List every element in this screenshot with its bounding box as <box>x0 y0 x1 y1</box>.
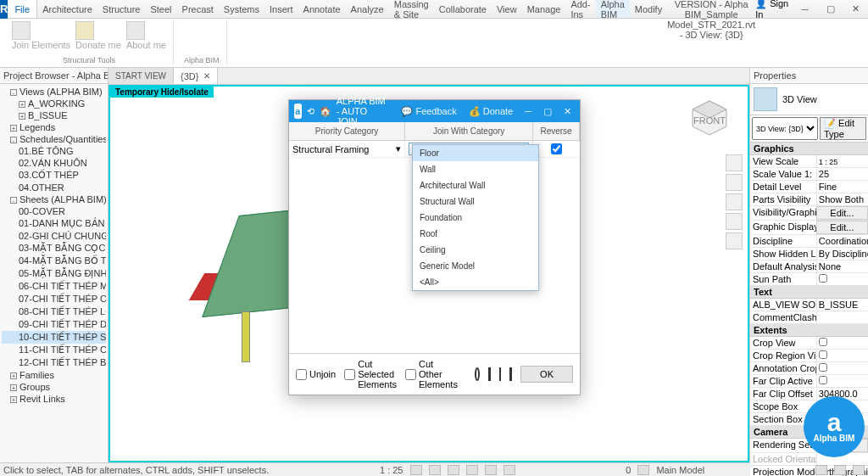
tree-item[interactable]: 04-MẶT BẰNG BỐ TRÍ CỘT, LÔI TI <box>2 255 106 267</box>
cropregion-checkbox[interactable] <box>819 350 827 359</box>
cropview-checkbox[interactable] <box>819 338 827 346</box>
join-elements-button[interactable]: Join Elements <box>12 21 70 50</box>
close-button[interactable]: ✕ <box>845 1 865 18</box>
dropdown-option[interactable]: Roof <box>413 226 538 242</box>
dropdown-option[interactable]: Floor <box>413 145 538 161</box>
tree-item[interactable]: 11-CHI TIẾT THÉP CẦU THANG, RA <box>2 344 106 356</box>
type-selector[interactable]: 3D View: {3D} <box>752 117 818 140</box>
tab-collaborate[interactable]: Collaborate <box>434 0 492 18</box>
tree-item-selected[interactable]: 10-CHI TIẾT THÉP SÀN <box>2 331 106 344</box>
tab-annotate[interactable]: Annotate <box>298 0 346 18</box>
status-mainmodel[interactable]: Main Model <box>656 465 704 475</box>
status-icon[interactable] <box>504 465 515 475</box>
cut-selected-checkbox[interactable]: Cut Selected Elements <box>344 359 397 389</box>
status-icon[interactable] <box>834 465 846 475</box>
status-icon[interactable] <box>429 465 441 475</box>
navigation-bar[interactable] <box>726 154 743 249</box>
tab-insert[interactable]: Insert <box>264 0 298 18</box>
cut-other-checkbox[interactable]: Cut Other Elements <box>405 359 458 389</box>
dropdown-option[interactable]: Structural Wall <box>413 193 538 210</box>
tree-item[interactable]: 02-GHI CHÚ CHUNG <box>2 230 106 242</box>
tree-item[interactable]: 09-CHI TIẾT THÉP DẦM <box>2 318 106 331</box>
status-icon[interactable] <box>485 465 497 475</box>
dialog-nav-icon[interactable]: 🏠 <box>320 106 331 117</box>
tab-systems[interactable]: Systems <box>219 0 264 18</box>
dropdown-arrow-icon[interactable]: ▾ <box>396 143 401 154</box>
feedback-button[interactable]: 💬 Feedback <box>398 106 459 117</box>
footer-icon[interactable] <box>509 367 512 381</box>
dialog-close-button[interactable]: ✕ <box>560 106 575 117</box>
tree-sheets[interactable]: -Sheets (ALPHA BIM) <box>2 193 106 205</box>
tree-item[interactable]: 04.OTHER <box>2 182 106 193</box>
priority-category-cell[interactable]: Structural Framing <box>292 144 369 154</box>
tab-alphabim[interactable]: Alpha BIM <box>596 0 630 18</box>
status-icon[interactable] <box>448 465 459 475</box>
tree-groups[interactable]: +Groups <box>2 381 106 393</box>
tree-schedules[interactable]: -Schedules/Quantities (ALPHA BIM) <box>2 133 106 145</box>
tree-item[interactable]: 03.CỐT THÉP <box>2 169 106 182</box>
tree-item[interactable]: 00-COVER <box>2 205 106 217</box>
tree-item[interactable]: 03-MẶT BẰNG CỌC, MẶT BẰNG M <box>2 242 106 255</box>
view-tab-3d[interactable]: {3D} ✕ <box>174 68 218 84</box>
tab-massing[interactable]: Massing & Site <box>389 0 434 18</box>
tree-item[interactable]: 01-DANH MỤC BẢN VẼ <box>2 217 106 230</box>
tab-architecture[interactable]: Architecture <box>37 0 97 18</box>
prop-group-text[interactable]: Text <box>750 286 868 299</box>
revit-logo[interactable]: R <box>0 0 8 19</box>
maximize-button[interactable]: ▢ <box>821 1 841 18</box>
status-icon[interactable] <box>637 465 649 475</box>
tree-links[interactable]: +Revit Links <box>2 393 106 405</box>
tab-analyze[interactable]: Analyze <box>346 0 389 18</box>
ok-button[interactable]: OK <box>520 366 573 383</box>
tab-manage[interactable]: Manage <box>522 0 566 18</box>
dialog-maximize-button[interactable]: ▢ <box>540 106 555 117</box>
reverse-checkbox[interactable] <box>551 143 562 154</box>
visibility-edit-button[interactable]: Edit... <box>816 206 868 220</box>
tree-item[interactable]: 05-MẶT BẰNG ĐỊNH VỊ DẦM SÀN <box>2 267 106 280</box>
tree-item[interactable]: 08-CHI TIẾT THÉP LÔI THANG <box>2 305 106 318</box>
tree-item[interactable]: 01.BÊ TÔNG <box>2 145 106 157</box>
donate-me-button[interactable]: Donate me <box>75 21 121 50</box>
tree-item[interactable]: 02.VÁN KHUÔN <box>2 157 106 169</box>
project-browser[interactable]: Project Browser - Alpha BIM_Sample Mo...… <box>0 68 108 462</box>
tab-precast[interactable]: Precast <box>177 0 219 18</box>
status-icon[interactable] <box>815 465 827 475</box>
dropdown-option[interactable]: Ceiling <box>413 242 538 258</box>
tab-file[interactable]: File <box>8 0 37 18</box>
prop-group-extents[interactable]: Extents <box>750 324 868 337</box>
tree-legends[interactable]: +Legends <box>2 121 106 133</box>
minimize-button[interactable]: ─ <box>795 1 815 18</box>
donate-button[interactable]: 💰 Donate <box>465 106 516 117</box>
farclip-checkbox[interactable] <box>819 376 827 384</box>
dropdown-option[interactable]: Generic Model <box>413 258 538 274</box>
category-dropdown[interactable]: Floor Wall Architectural Wall Structural… <box>412 144 539 291</box>
tree-item[interactable]: 12-CHI TIẾT THÉP BỂ NƯỚC, HỐ GA <box>2 356 106 369</box>
signin-button[interactable]: 👤 Sign In <box>755 0 790 20</box>
view-tab-start[interactable]: START VIEW <box>108 68 174 84</box>
graphic-display-edit-button[interactable]: Edit... <box>816 221 868 234</box>
tree-item[interactable]: 07-CHI TIẾT THÉP CỘT, VÁCH <box>2 293 106 305</box>
status-scale[interactable]: 1 : 25 <box>380 465 403 475</box>
annotation-crop-checkbox[interactable] <box>819 363 827 372</box>
sunpath-checkbox[interactable] <box>819 274 827 283</box>
view-cube[interactable]: FRONT <box>688 97 731 139</box>
about-me-button[interactable]: About me <box>126 21 166 50</box>
dropdown-option[interactable]: <All> <box>413 274 538 290</box>
tree-views[interactable]: -Views (ALPHA BIM) <box>2 86 106 98</box>
tab-view[interactable]: View <box>492 0 522 18</box>
tree-families[interactable]: +Families <box>2 369 106 381</box>
tree-item[interactable]: 06-CHI TIẾT THÉP MÓNG <box>2 280 106 293</box>
prop-group-graphics[interactable]: Graphics <box>750 143 868 155</box>
dialog-nav-icon[interactable]: ⟲ <box>307 106 314 117</box>
dropdown-option[interactable]: Foundation <box>413 210 538 226</box>
dialog-minimize-button[interactable]: ─ <box>521 106 535 116</box>
footer-icon[interactable] <box>488 367 491 381</box>
tab-modify[interactable]: Modify <box>630 0 667 18</box>
dropdown-option[interactable]: Wall <box>413 161 538 177</box>
tree-item[interactable]: +B_ISSUE <box>2 109 106 121</box>
tab-steel[interactable]: Steel <box>145 0 176 18</box>
footer-icon[interactable] <box>499 367 502 381</box>
dropdown-option[interactable]: Architectural Wall <box>413 177 538 193</box>
tab-addins[interactable]: Add-Ins <box>565 0 595 18</box>
view-scale-input[interactable] <box>819 158 866 166</box>
